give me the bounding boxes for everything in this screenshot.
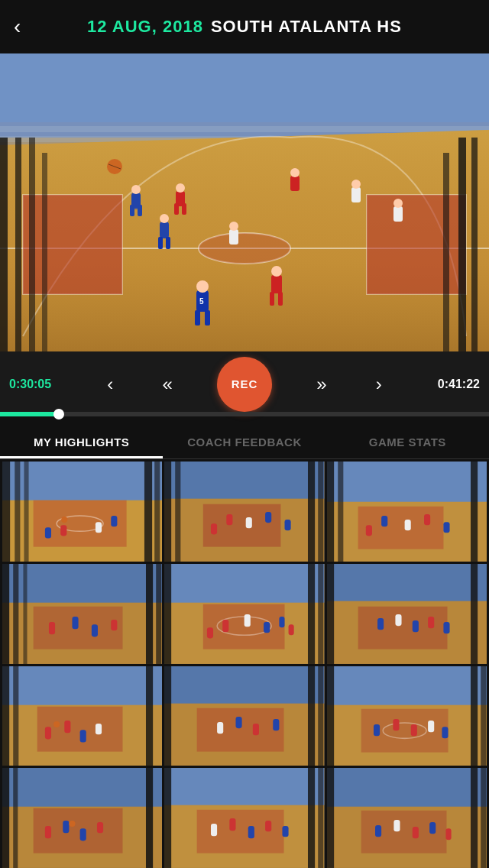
svg-point-50	[351, 180, 361, 189]
progress-dot	[53, 409, 64, 419]
svg-rect-141	[308, 666, 315, 766]
svg-rect-98	[156, 564, 161, 664]
svg-rect-181	[283, 827, 289, 837]
svg-rect-59	[24, 462, 28, 562]
svg-rect-94	[2, 564, 9, 664]
svg-rect-176	[197, 810, 284, 853]
svg-rect-191	[429, 822, 436, 834]
svg-rect-174	[308, 768, 315, 868]
svg-rect-120	[471, 564, 478, 664]
list-item[interactable]	[2, 564, 162, 664]
svg-point-170	[69, 821, 75, 827]
svg-rect-177	[211, 824, 217, 837]
svg-point-48	[290, 168, 300, 177]
svg-rect-129	[2, 666, 9, 766]
list-item[interactable]	[327, 666, 487, 766]
tab-game-stats[interactable]: GAME STATS	[326, 436, 489, 458]
svg-rect-178	[230, 818, 236, 831]
back-button[interactable]: ‹	[14, 15, 21, 39]
svg-rect-71	[164, 462, 171, 562]
svg-rect-147	[274, 719, 280, 730]
svg-rect-32	[158, 237, 163, 249]
svg-rect-85	[471, 462, 478, 562]
prev-frame-button[interactable]: ‹	[102, 374, 118, 395]
svg-rect-80	[285, 520, 291, 530]
svg-rect-107	[308, 564, 315, 664]
player-white-3	[229, 222, 238, 245]
svg-rect-135	[80, 730, 86, 742]
list-item[interactable]	[327, 564, 487, 664]
svg-rect-76	[227, 514, 233, 525]
progress-bar[interactable]	[0, 412, 489, 416]
rec-button[interactable]: REC	[217, 357, 272, 412]
list-item[interactable]	[2, 666, 162, 766]
svg-rect-100	[49, 622, 55, 634]
list-item[interactable]	[164, 564, 324, 664]
svg-rect-13	[23, 195, 122, 294]
svg-rect-122	[377, 618, 384, 630]
svg-rect-136	[96, 724, 102, 734]
svg-rect-185	[471, 768, 478, 868]
svg-rect-161	[2, 768, 162, 807]
court-svg: 5	[0, 53, 489, 351]
svg-rect-162	[2, 768, 9, 868]
svg-rect-102	[92, 624, 98, 636]
svg-rect-88	[404, 520, 410, 530]
list-item[interactable]	[2, 768, 162, 868]
svg-rect-111	[223, 620, 229, 632]
list-item[interactable]	[327, 462, 487, 562]
svg-rect-97	[146, 564, 153, 664]
svg-rect-21	[471, 138, 478, 351]
svg-rect-91	[365, 525, 371, 536]
svg-rect-49	[351, 187, 361, 202]
svg-text:5: 5	[199, 297, 204, 306]
list-item[interactable]	[164, 768, 324, 868]
header: ‹ 12 AUG, 2018 SOUTH ATALANTA HS	[0, 0, 489, 53]
svg-rect-173	[164, 768, 171, 868]
svg-rect-61	[154, 462, 160, 562]
svg-rect-112	[244, 614, 251, 627]
svg-rect-36	[195, 310, 200, 326]
svg-rect-6	[0, 53, 489, 122]
svg-rect-130	[13, 666, 18, 766]
next-fast-button[interactable]: »	[312, 374, 331, 395]
svg-rect-65	[60, 525, 66, 536]
list-item[interactable]	[164, 462, 324, 562]
svg-rect-175	[319, 768, 324, 868]
video-player[interactable]: 5	[0, 53, 489, 351]
svg-rect-30	[160, 222, 169, 238]
svg-rect-156	[393, 719, 399, 730]
thumbnails-grid	[0, 459, 489, 868]
svg-rect-149	[327, 666, 487, 705]
svg-point-35	[196, 280, 209, 293]
svg-rect-163	[13, 768, 18, 868]
svg-rect-66	[96, 522, 102, 533]
svg-rect-192	[445, 829, 451, 840]
svg-point-27	[131, 185, 141, 194]
svg-point-44	[271, 266, 282, 277]
svg-rect-155	[374, 724, 380, 736]
svg-rect-143	[197, 708, 284, 751]
svg-rect-134	[64, 721, 70, 733]
list-item[interactable]	[164, 666, 324, 766]
svg-rect-33	[166, 237, 170, 249]
svg-rect-128	[2, 666, 162, 705]
list-item[interactable]	[2, 462, 162, 562]
svg-rect-78	[265, 512, 271, 523]
tab-coach-feedback[interactable]: COACH FEEDBACK	[163, 436, 325, 458]
svg-rect-145	[236, 717, 242, 728]
svg-rect-121	[358, 607, 447, 649]
svg-rect-96	[23, 564, 27, 664]
svg-rect-157	[410, 724, 416, 736]
svg-rect-189	[393, 820, 400, 831]
prev-fast-button[interactable]: «	[157, 374, 176, 395]
list-item[interactable]	[327, 768, 487, 868]
progress-fill	[0, 412, 59, 416]
svg-rect-116	[289, 624, 294, 635]
svg-rect-47	[290, 176, 300, 191]
tab-highlights[interactable]: MY HIGHLIGHTS	[0, 436, 163, 458]
next-frame-button[interactable]: ›	[371, 374, 387, 395]
svg-rect-103	[111, 620, 117, 630]
svg-rect-114	[207, 627, 213, 638]
svg-rect-58	[15, 462, 20, 562]
